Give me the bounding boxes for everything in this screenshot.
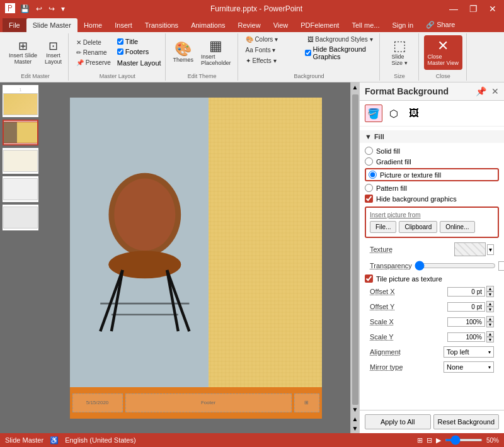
picture-tab-icon[interactable]: 🖼 [405,105,423,122]
scroll-down-arrow[interactable]: ▼ [351,405,360,414]
zoom-slider[interactable] [445,439,483,441]
offset-y-input[interactable] [447,302,485,312]
insert-placeholder-label: InsertPlaceholder [201,54,231,66]
tab-pdfelement[interactable]: PDFelement [294,18,345,32]
scroll-up-arrow[interactable]: ▲ [351,82,360,92]
solid-fill-radio[interactable] [365,147,373,155]
scroll-adjust-down[interactable]: ▼ [351,424,360,433]
transparency-slider[interactable] [415,263,496,269]
slide-size-button[interactable]: ⬚ SlideSize ▾ [389,37,410,68]
effects-button[interactable]: ✦ Effects ▾ [243,56,301,65]
slide-thumb-4[interactable] [3,176,38,202]
slide-thumb-2[interactable] [3,120,38,145]
tab-insert[interactable]: Insert [108,18,139,32]
format-background-panel: Format Background 📌 ✕ 🪣 ⬡ 🖼 ▼ Fill Sol [359,82,504,433]
customize-icon[interactable]: ▾ [60,4,66,13]
alignment-dropdown[interactable]: Top left ▾ [444,346,494,358]
slide-thumb-1[interactable]: 1 [3,85,38,117]
file-button[interactable]: File... [370,221,396,233]
title-bar: 🅿 💾 ↩ ↪ ▾ Furniture.pptx - PowerPoint — … [0,0,504,18]
insert-placeholder-button[interactable]: ▦ InsertPlaceholder [198,37,234,68]
picture-fill-radio[interactable] [369,171,377,179]
mirror-type-dropdown[interactable]: None ▾ [444,361,494,373]
texture-dropdown-arrow[interactable]: ▾ [487,244,494,255]
tab-tell-me[interactable]: Tell me... [345,18,386,32]
svg-point-1 [114,178,175,251]
gradient-fill-radio[interactable] [365,157,373,166]
themes-button[interactable]: 🎨 Themes [171,40,197,65]
insert-picture-label: Insert picture from [370,212,494,218]
slide-orange-bar: 5/15/2020 Footer ⊞ [70,387,322,419]
solid-fill-option[interactable]: Solid fill [365,145,499,156]
slide-thumb-3[interactable] [3,148,38,174]
panel-pin-button[interactable]: 📌 [476,86,486,96]
effects-tab-icon[interactable]: ⬡ [385,105,403,122]
close-button[interactable]: ✕ [486,4,499,14]
tab-slide-master[interactable]: Slide Master [26,18,77,32]
pattern-fill-option[interactable]: Pattern fill [365,183,499,193]
picture-fill-option[interactable]: Picture or texture fill [365,168,499,181]
scale-x-down[interactable]: ▼ [486,322,494,327]
tab-animations[interactable]: Animations [185,18,231,32]
insert-layout-label: InsertLayout [45,52,62,65]
delete-button[interactable]: ✕ Delete [74,38,113,47]
insert-slide-master-button[interactable]: ⊞ Insert SlideMaster [6,38,40,67]
background-styles-button[interactable]: 🖼 Background Styles ▾ [305,35,375,44]
offset-x-input[interactable] [447,287,485,297]
view-normal-icon[interactable]: ⊞ [417,436,423,444]
hide-bg-graphics-checkbox[interactable] [365,195,373,203]
reset-background-button[interactable]: Reset Background [433,414,500,429]
close-master-view-button[interactable]: ✕ CloseMaster View [424,35,462,70]
slide-thumb-5[interactable] [3,205,38,230]
tab-home[interactable]: Home [77,18,108,32]
vertical-scrollbar[interactable]: ▲ ▼ ▲ ▼ [350,82,359,433]
preserve-button[interactable]: 📌 Preserve [74,58,113,67]
scale-y-down[interactable]: ▼ [486,337,494,342]
scale-x-input[interactable] [447,317,485,327]
offset-x-up[interactable]: ▲ [486,286,494,291]
scale-y-input[interactable] [447,332,485,342]
scroll-adjust-up[interactable]: ▲ [351,414,360,424]
panel-close-button[interactable]: ✕ [491,86,499,96]
tab-share[interactable]: 🔗 Share [420,18,461,32]
accessibility-icon: ♿ [50,436,59,444]
offset-y-up[interactable]: ▲ [486,301,494,307]
view-slideshow-icon[interactable]: ▶ [436,436,441,444]
scroll-thumb[interactable] [352,94,358,405]
scale-y-up[interactable]: ▲ [486,331,494,337]
colors-button[interactable]: 🎨 Colors ▾ [243,35,301,44]
fonts-button[interactable]: Aa Fonts ▾ [243,45,301,55]
restore-button[interactable]: ❐ [467,4,480,14]
hide-bg-checkbox[interactable] [305,50,311,56]
tab-sign-in[interactable]: Sign in [386,18,420,32]
title-checkbox[interactable] [117,38,123,45]
scale-x-up[interactable]: ▲ [486,316,494,322]
minimize-button[interactable]: — [447,4,461,14]
transparency-input[interactable] [498,261,504,271]
insert-layout-button[interactable]: ⊡ InsertLayout [42,38,64,67]
tab-transitions[interactable]: Transitions [139,18,185,32]
format-panel-title: Format Background [365,86,449,96]
view-grid-icon[interactable]: ⊟ [427,436,432,444]
tab-file[interactable]: File [3,18,26,32]
rename-button[interactable]: ✏ Rename [74,48,113,57]
offset-x-down[interactable]: ▼ [486,291,494,297]
tab-review[interactable]: Review [232,18,267,32]
offset-y-down[interactable]: ▼ [486,307,494,312]
fill-tab-icon[interactable]: 🪣 [365,105,382,122]
pattern-fill-radio[interactable] [365,184,373,192]
apply-to-all-button[interactable]: Apply to All [365,414,431,429]
tab-view[interactable]: View [267,18,295,32]
save-icon[interactable]: 💾 [19,4,31,13]
slide-canvas[interactable]: 5/15/2020 Footer ⊞ [70,98,322,419]
clipboard-button[interactable]: Clipboard [399,221,437,233]
tile-picture-checkbox[interactable] [365,274,373,283]
online-button[interactable]: Online... [440,221,474,233]
redo-icon[interactable]: ↪ [47,4,56,13]
view-mode-label: Slide Master [5,436,43,444]
scale-y-value: ▲ ▼ [447,331,494,342]
footers-checkbox[interactable] [117,48,123,55]
gradient-fill-option[interactable]: Gradient fill [365,156,499,167]
fill-section-header[interactable]: ▼ Fill [360,130,504,143]
undo-icon[interactable]: ↩ [35,4,43,13]
